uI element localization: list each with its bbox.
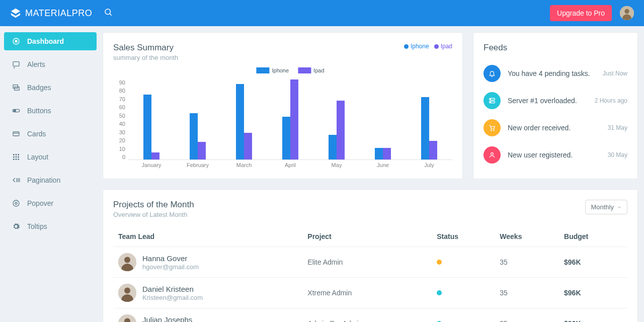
chart-bar: [337, 101, 345, 159]
chart-month-col: [267, 79, 313, 159]
legend-label: Ipad: [441, 43, 452, 50]
gear-icon: [11, 222, 21, 230]
topbar: MATERIALPRO Upgrade to Pro: [0, 0, 644, 26]
message-icon: [11, 60, 21, 68]
sidebar-item-layout[interactable]: Layout: [4, 148, 97, 166]
col-lead: Team Lead: [113, 226, 302, 247]
chart-month-col: [406, 79, 452, 159]
sidebar-item-toltips[interactable]: Toltips: [4, 217, 97, 235]
x-label: April: [267, 162, 313, 168]
sidebar-item-alerts[interactable]: Alerts: [4, 55, 97, 73]
disc-icon: [11, 199, 21, 207]
svg-rect-19: [18, 156, 19, 158]
budget: $96K: [559, 278, 627, 308]
legend-item: Ipad: [429, 43, 452, 50]
sidebar-item-badges[interactable]: Badges: [4, 78, 97, 97]
feed-time: 31 May: [608, 124, 627, 131]
col-budget: Budget: [559, 226, 627, 247]
chart-bar: [282, 117, 290, 159]
sidebar: Dashboard Alerts Badges Buttons Cards La…: [0, 26, 101, 322]
chart-bar: [375, 148, 383, 159]
projects-filter-select[interactable]: Monthly: [585, 200, 627, 214]
feed-text: Server #1 overloaded.: [508, 97, 595, 105]
toggle-icon: [11, 107, 21, 115]
x-label: May: [313, 162, 360, 168]
chart-bar: [236, 84, 244, 159]
table-row[interactable]: Julian Josephs Josephs@gmail.com Admin-P…: [113, 308, 627, 323]
chart-bar: [244, 133, 252, 159]
weeks: 35: [495, 247, 559, 278]
projects-subtitle: Overview of Latest Month: [113, 211, 194, 218]
sidebar-item-pagination[interactable]: Pagination: [4, 171, 97, 189]
sidebar-item-dashboard[interactable]: Dashboard: [4, 32, 97, 50]
svg-point-26: [13, 200, 19, 206]
project-name: Elite Admin: [302, 247, 432, 278]
lead-name: Julian Josephs: [142, 315, 203, 323]
server-icon: [484, 92, 501, 109]
feed-item[interactable]: New order received. 31 May: [484, 114, 627, 141]
user-icon: [484, 146, 501, 164]
y-tick: 0: [113, 154, 125, 160]
legend-swatch: [256, 67, 269, 73]
legend-label: Iphone: [411, 43, 429, 50]
user-avatar[interactable]: [620, 6, 634, 20]
feed-item[interactable]: You have 4 pending tasks. Just Now: [484, 60, 627, 87]
x-label: January: [128, 162, 175, 168]
project-name: Admin-Pro Admin: [302, 308, 432, 323]
legend-dot: [404, 44, 409, 49]
feed-text: New user registered.: [508, 151, 608, 159]
budget: $96K: [559, 247, 627, 278]
lead-email: hgover@gmail.com: [142, 263, 199, 271]
feed-time: 2 Hours ago: [595, 97, 627, 104]
feed-item[interactable]: New user registered. 30 May: [484, 141, 627, 169]
chart-bar: [143, 95, 151, 159]
col-status: Status: [432, 226, 495, 247]
table-row[interactable]: Hanna Gover hgover@gmail.com Elite Admin…: [113, 247, 627, 278]
sidebar-item-label: Dashboard: [27, 37, 64, 45]
svg-rect-7: [13, 62, 19, 66]
weeks: 35: [495, 278, 559, 308]
chart-month-col: [128, 79, 175, 159]
pagination-icon: [11, 176, 21, 184]
feeds-title: Feeds: [484, 43, 627, 53]
avatar: [118, 253, 136, 271]
chart-legend-item: Iphone: [256, 67, 289, 73]
search-icon[interactable]: [104, 8, 113, 19]
budget: $96K: [559, 308, 627, 323]
avatar: [118, 284, 136, 302]
layers-icon: [11, 84, 21, 92]
upgrade-button[interactable]: Upgrade to Pro: [550, 5, 612, 21]
sidebar-item-label: Buttons: [27, 107, 51, 115]
legend-swatch: [298, 67, 311, 73]
card-icon: [11, 130, 21, 138]
table-row[interactable]: Daniel Kristeen Kristeen@gmail.com Xtrem…: [113, 278, 627, 308]
col-project: Project: [302, 226, 432, 247]
sidebar-item-cards[interactable]: Cards: [4, 125, 97, 143]
feed-time: Just Now: [603, 70, 627, 77]
sidebar-item-label: Pagination: [27, 176, 60, 184]
y-tick: 50: [113, 113, 125, 119]
feed-item[interactable]: Server #1 overloaded. 2 Hours ago: [484, 87, 627, 114]
sidebar-item-label: Badges: [27, 84, 51, 92]
svg-point-0: [105, 9, 111, 15]
y-tick: 40: [113, 121, 125, 127]
chart-bar: [421, 97, 429, 159]
brand-name: MATERIALPRO: [25, 8, 92, 19]
chart-bar: [198, 142, 206, 159]
brand[interactable]: MATERIALPRO: [10, 8, 101, 19]
svg-point-11: [14, 110, 16, 112]
svg-point-34: [491, 152, 494, 155]
legend-label: Ipad: [313, 67, 324, 73]
x-label: February: [175, 162, 221, 168]
projects-table: Team Lead Project Status Weeks Budget Ha…: [113, 226, 627, 322]
sidebar-item-popover[interactable]: Popover: [4, 194, 97, 212]
svg-point-39: [124, 288, 130, 294]
svg-rect-17: [13, 156, 15, 158]
sidebar-item-buttons[interactable]: Buttons: [4, 102, 97, 120]
chart-month-col: [175, 79, 221, 159]
sales-title: Sales Summary: [113, 43, 178, 53]
sidebar-item-label: Toltips: [27, 222, 47, 230]
sales-summary-card: Sales Summary summary of the month Iphon…: [103, 32, 463, 179]
status-badge: [437, 260, 442, 265]
y-tick: 80: [113, 88, 125, 94]
